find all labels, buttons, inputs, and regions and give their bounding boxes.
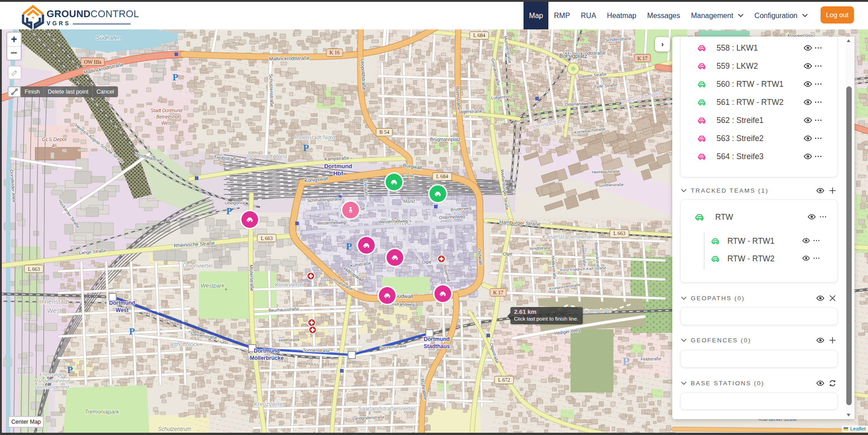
svg-text:Innenstadt West: Innenstadt West <box>246 153 288 160</box>
svg-text:Sonnenstraße: Sonnenstraße <box>303 347 330 353</box>
svg-text:L 663: L 663 <box>261 236 273 241</box>
svg-text:Südwall: Südwall <box>394 293 413 299</box>
svg-text:P: P <box>173 72 179 83</box>
svg-text:K 17: K 17 <box>493 290 504 295</box>
svg-text:West: West <box>47 307 61 314</box>
svg-text:Borsigplatz: Borsigplatz <box>559 53 587 59</box>
svg-text:46: 46 <box>52 143 57 148</box>
svg-text:Westpark: Westpark <box>201 283 225 289</box>
svg-text:Feldstraße: Feldstraße <box>641 356 661 362</box>
svg-text:Hbf: Hbf <box>333 170 343 177</box>
svg-text:Kaiserstraßenviertel: Kaiserstraßenviertel <box>542 234 592 240</box>
svg-text:P: P <box>67 364 73 375</box>
svg-text:Westenhellweg: Westenhellweg <box>379 218 408 224</box>
svg-text:L 672: L 672 <box>498 377 510 383</box>
svg-text:P: P <box>303 142 309 153</box>
svg-text:Möllerstraße: Möllerstraße <box>249 265 255 291</box>
svg-text:Stadt Dortmund: Stadt Dortmund <box>151 108 182 113</box>
svg-text:Mallinckrodtstraße: Mallinckrodtstraße <box>269 55 310 61</box>
svg-text:West: West <box>161 121 172 126</box>
svg-text:Schützenstraße: Schützenstraße <box>269 74 275 107</box>
svg-text:Möllerbrücke: Möllerbrücke <box>250 355 284 361</box>
svg-text:Kreuzviertel: Kreuzviertel <box>254 401 284 407</box>
svg-text:L 684: L 684 <box>473 33 486 38</box>
svg-text:Dortmunderfeld: Dortmunderfeld <box>35 384 70 390</box>
svg-text:Brügmannplatz: Brügmannplatz <box>430 137 460 142</box>
svg-text:Unionviertel: Unionviertel <box>183 263 212 269</box>
svg-text:- Betriebshof: - Betriebshof <box>154 114 180 119</box>
svg-text:Dortmund: Dortmund <box>424 336 449 342</box>
svg-text:Stadthaus: Stadthaus <box>424 343 450 350</box>
svg-text:Jägerstraße: Jägerstraße <box>458 109 482 114</box>
svg-text:Saarlandstraßenviertel: Saarlandstraßenviertel <box>358 406 415 412</box>
svg-text:Hollestraße: Hollestraße <box>279 337 300 343</box>
svg-text:P: P <box>346 241 352 252</box>
svg-text:Westenhellweg: Westenhellweg <box>317 220 346 226</box>
svg-text:P: P <box>623 355 630 368</box>
svg-text:K 16: K 16 <box>330 50 340 55</box>
svg-text:K 17: K 17 <box>637 56 648 61</box>
svg-text:Althoffblock: Althoffblock <box>170 341 199 348</box>
svg-text:L 663: L 663 <box>613 231 626 236</box>
svg-text:P: P <box>129 326 135 337</box>
svg-text:L 663: L 663 <box>28 266 40 272</box>
svg-text:Innenstadt: Innenstadt <box>39 298 69 305</box>
svg-text:Dortmund: Dortmund <box>324 163 352 170</box>
svg-text:Schulzentrum: Schulzentrum <box>158 426 191 432</box>
svg-text:Klinikviertel: Klinikviertel <box>275 282 303 288</box>
svg-text:P: P <box>226 206 232 217</box>
svg-text:OW IIIa: OW IIIa <box>84 59 101 65</box>
svg-text:Südrandweg: Südrandweg <box>390 301 415 307</box>
svg-text:Südhafen: Südhafen <box>96 34 121 41</box>
svg-text:Innenstadt Nord: Innenstadt Nord <box>295 134 335 141</box>
svg-text:Ehemaliger: Ehemaliger <box>39 372 65 377</box>
svg-text:Rangierbahnhof: Rangierbahnhof <box>34 378 70 383</box>
svg-text:Olpe: Olpe <box>503 251 513 257</box>
svg-text:L 684: L 684 <box>436 174 448 179</box>
svg-text:Markt: Markt <box>403 199 415 204</box>
svg-text:Dortmund: Dortmund <box>109 300 135 306</box>
svg-text:Olpe: Olpe <box>422 260 432 265</box>
svg-text:Dortmund: Dortmund <box>254 348 279 354</box>
svg-text:B 54: B 54 <box>379 129 389 135</box>
svg-text:West: West <box>116 307 128 313</box>
svg-text:Übelgönne: Übelgönne <box>225 200 245 205</box>
svg-text:Tremoniapark: Tremoniapark <box>85 409 119 415</box>
svg-text:Helle: Helle <box>404 173 414 178</box>
svg-text:Güntherstraße: Güntherstraße <box>599 182 623 188</box>
svg-text:GLS Depot: GLS Depot <box>42 137 67 142</box>
